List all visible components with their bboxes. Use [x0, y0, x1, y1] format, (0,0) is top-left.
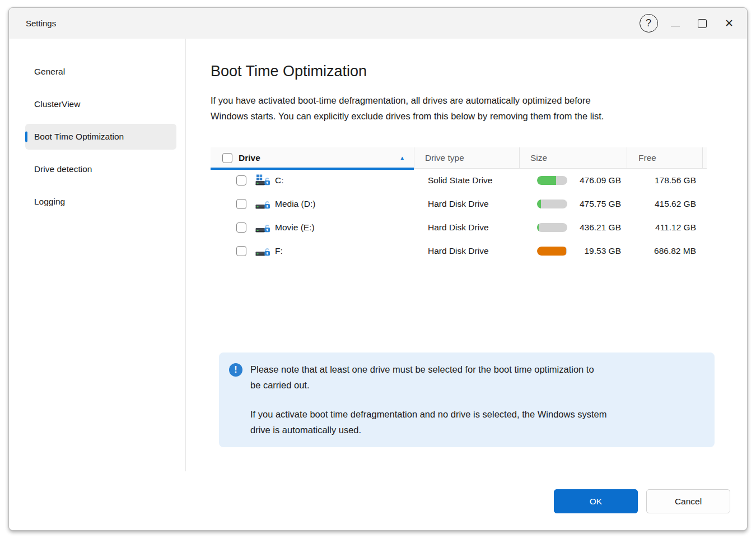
sidebar-item-drive-detection[interactable]: Drive detection — [25, 156, 176, 182]
sidebar: General ClusterView Boot Time Optimizati… — [9, 39, 186, 471]
drive-free: 178.56 GB — [627, 169, 702, 192]
close-icon: ✕ — [725, 17, 734, 30]
titlebar: Settings ? ✕ — [9, 8, 747, 39]
sorted-column-underline — [211, 168, 414, 170]
capacity-bar-fill — [537, 200, 541, 208]
capacity-bar-fill — [537, 223, 539, 232]
drive-size: 476.09 GB — [567, 175, 627, 185]
column-header-drive[interactable]: Drive ▲ — [211, 147, 414, 168]
info-paragraph-2: If you activate boot time defragmentatio… — [250, 407, 692, 438]
column-header-size[interactable]: Size — [519, 147, 627, 168]
capacity-bar — [537, 200, 567, 208]
drive-free: 415.62 GB — [627, 192, 702, 216]
drive-type: Hard Disk Drive — [414, 216, 519, 239]
drive-icon — [255, 198, 270, 211]
drive-free: 686.82 MB — [627, 239, 702, 263]
capacity-bar — [537, 176, 567, 185]
ok-button[interactable]: OK — [554, 489, 638, 513]
maximize-button[interactable] — [689, 8, 716, 39]
sidebar-item-boot-time-optimization[interactable]: Boot Time Optimization — [25, 124, 176, 150]
page-description: If you have activated boot-time defragme… — [211, 92, 747, 124]
capacity-bar — [537, 223, 567, 232]
sort-ascending-icon: ▲ — [400, 155, 405, 161]
table-row[interactable]: Media (D:) Hard Disk Drive 475.75 GB 415… — [211, 192, 707, 216]
drive-name: Media (D:) — [275, 199, 315, 209]
footer: OK Cancel — [9, 471, 747, 530]
sidebar-item-logging[interactable]: Logging — [25, 189, 176, 215]
column-header-drive-type[interactable]: Drive type — [414, 147, 519, 168]
sidebar-item-label: Logging — [34, 197, 65, 207]
sidebar-item-label: General — [34, 67, 65, 77]
table-row[interactable]: C: Solid State Drive 476.09 GB 178.56 GB — [211, 169, 707, 192]
drive-name: Movie (E:) — [275, 222, 315, 233]
drive-type: Hard Disk Drive — [414, 239, 519, 263]
sidebar-item-label: Boot Time Optimization — [34, 132, 124, 142]
settings-window: Settings ? ✕ General ClusterView Boot Ti… — [8, 7, 748, 531]
cancel-button[interactable]: Cancel — [646, 489, 730, 513]
column-header-stub — [702, 147, 707, 168]
drive-checkbox[interactable] — [236, 246, 246, 256]
drive-name: F: — [275, 246, 283, 256]
column-header-free-label: Free — [638, 153, 656, 163]
column-header-size-label: Size — [530, 153, 547, 163]
select-all-checkbox[interactable] — [222, 153, 232, 163]
info-icon: ! — [229, 363, 242, 377]
selected-accent-pill — [25, 132, 27, 142]
capacity-bar — [537, 247, 567, 256]
info-box: ! Please note that at least one drive mu… — [219, 353, 715, 447]
drive-checkbox[interactable] — [236, 199, 246, 209]
drive-table-body: C: Solid State Drive 476.09 GB 178.56 GB — [211, 169, 707, 263]
sidebar-item-clusterview[interactable]: ClusterView — [25, 91, 176, 117]
content-pane: Boot Time Optimization If you have activ… — [186, 39, 747, 471]
drive-icon — [255, 174, 270, 187]
drive-checkbox[interactable] — [236, 175, 246, 185]
minimize-icon — [671, 26, 680, 26]
drive-type: Solid State Drive — [414, 169, 519, 192]
close-button[interactable]: ✕ — [716, 8, 743, 39]
sidebar-item-general[interactable]: General — [25, 59, 176, 85]
help-icon: ? — [640, 14, 658, 33]
drive-type: Hard Disk Drive — [414, 192, 519, 216]
table-row[interactable]: F: Hard Disk Drive 19.53 GB 686.82 MB — [211, 239, 707, 263]
drive-icon — [255, 221, 270, 234]
capacity-bar-fill — [537, 176, 556, 185]
drive-icon — [255, 245, 270, 258]
column-header-drive-label: Drive — [239, 153, 260, 163]
column-header-free[interactable]: Free — [627, 147, 702, 168]
sidebar-item-label: Drive detection — [34, 164, 92, 174]
sidebar-item-label: ClusterView — [34, 99, 80, 109]
drive-size: 19.53 GB — [567, 246, 627, 256]
drive-table: Drive ▲ Drive type Size Free — [211, 147, 707, 263]
maximize-icon — [698, 19, 707, 28]
table-row[interactable]: Movie (E:) Hard Disk Drive 436.21 GB 411… — [211, 216, 707, 239]
windows-logo-icon — [256, 174, 262, 180]
drive-free: 411.12 GB — [627, 216, 702, 239]
window-controls: ? ✕ — [635, 8, 747, 39]
drive-name: C: — [275, 175, 284, 185]
info-paragraph-1: Please note that at least one drive must… — [250, 362, 692, 393]
help-button[interactable]: ? — [635, 8, 662, 39]
drive-size: 475.75 GB — [567, 199, 627, 209]
capacity-bar-fill — [537, 247, 566, 256]
window-title: Settings — [26, 18, 56, 28]
drive-checkbox[interactable] — [236, 222, 246, 233]
page-title: Boot Time Optimization — [211, 61, 747, 81]
column-header-drive-type-label: Drive type — [425, 153, 464, 163]
table-header: Drive ▲ Drive type Size Free — [211, 147, 707, 169]
minimize-button[interactable] — [662, 8, 689, 39]
drive-size: 436.21 GB — [567, 222, 627, 233]
